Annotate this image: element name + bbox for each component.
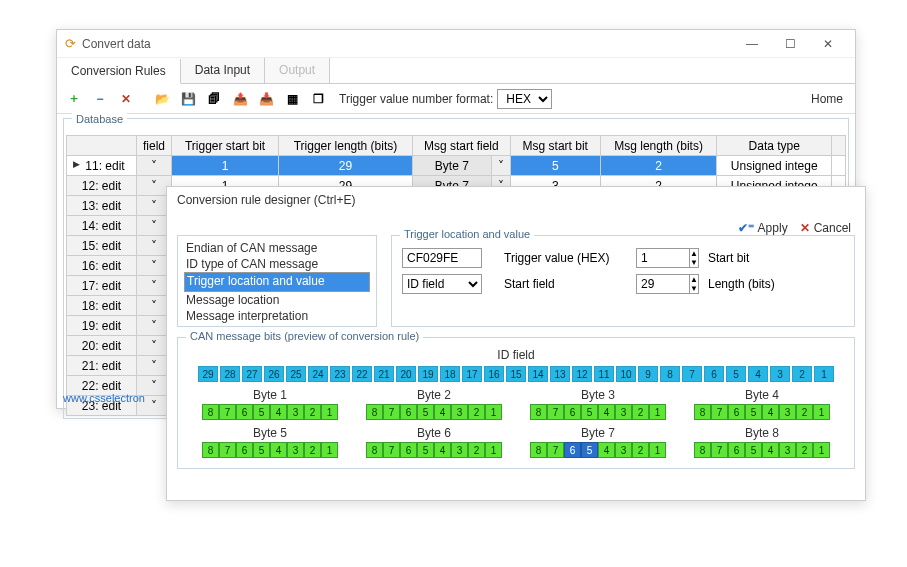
byte-bit: 7 <box>219 404 236 420</box>
col-trigger-start[interactable]: Trigger start bit <box>172 136 279 156</box>
col-field[interactable]: field <box>137 136 172 156</box>
byte-bit: 8 <box>366 442 383 458</box>
byte-bit: 2 <box>304 404 321 420</box>
byte-bit: 4 <box>270 442 287 458</box>
byte-bit: 5 <box>745 404 762 420</box>
byte-bit: 8 <box>366 404 383 420</box>
id-bit: 6 <box>704 366 724 382</box>
byte-bit: 5 <box>581 442 598 458</box>
byte-bit: 4 <box>434 404 451 420</box>
byte-row-1: Byte 187654321Byte 287654321Byte 3876543… <box>188 388 844 420</box>
trigger-format-label: Trigger value number format: <box>339 92 493 106</box>
trigger-value-label: Trigger value (HEX) <box>504 251 624 265</box>
id-bit: 25 <box>286 366 306 382</box>
nav-item[interactable]: Message location <box>184 292 370 308</box>
id-bit: 21 <box>374 366 394 382</box>
table-row[interactable]: 11: edit˅129Byte 7˅52Unsigned intege <box>67 156 846 176</box>
designer-nav: Endian of CAN messageID type of CAN mess… <box>177 235 377 327</box>
byte-bit: 4 <box>762 404 779 420</box>
byte-bit: 6 <box>564 404 581 420</box>
id-bit: 13 <box>550 366 570 382</box>
byte-bit: 2 <box>632 442 649 458</box>
export-icon[interactable]: 📤 <box>229 88 251 110</box>
trigger-format-select[interactable]: HEX <box>497 89 552 109</box>
id-bit: 2 <box>792 366 812 382</box>
tab-data-input[interactable]: Data Input <box>181 58 265 83</box>
col-msg-start[interactable]: Msg start bit <box>510 136 600 156</box>
byte-bit: 1 <box>813 404 830 420</box>
start-bit-spinner[interactable]: ▲▼ <box>690 248 699 268</box>
nav-item[interactable]: Endian of CAN message <box>184 240 370 256</box>
remove-icon[interactable]: − <box>89 88 111 110</box>
start-bit-label: Start bit <box>708 251 798 265</box>
byte-bit: 6 <box>400 404 417 420</box>
byte-bit: 6 <box>236 442 253 458</box>
byte-bit: 3 <box>451 404 468 420</box>
col-data-type[interactable]: Data type <box>717 136 832 156</box>
byte-col: Byte 687654321 <box>366 426 502 458</box>
byte-bit: 7 <box>547 442 564 458</box>
id-bit: 8 <box>660 366 680 382</box>
apply-button[interactable]: ✔⁼Apply <box>738 221 788 235</box>
byte-bit: 7 <box>711 442 728 458</box>
byte-col: Byte 487654321 <box>694 388 830 420</box>
byte-col: Byte 787654321 <box>530 426 666 458</box>
add-icon[interactable]: ＋ <box>63 88 85 110</box>
byte-bit: 8 <box>202 404 219 420</box>
window-icon[interactable]: ❐ <box>307 88 329 110</box>
trigger-value-input[interactable] <box>402 248 482 268</box>
length-spinner[interactable]: ▲▼ <box>690 274 699 294</box>
id-bit: 4 <box>748 366 768 382</box>
byte-bit: 3 <box>287 404 304 420</box>
copy-icon[interactable]: 🗐 <box>203 88 225 110</box>
byte-bit: 6 <box>728 404 745 420</box>
byte-bit: 3 <box>779 442 796 458</box>
byte-bit: 5 <box>253 404 270 420</box>
start-bit-input[interactable] <box>636 248 690 268</box>
preview-box: CAN message bits (preview of conversion … <box>177 337 855 469</box>
nav-item[interactable]: Message interpretation <box>184 308 370 324</box>
byte-bit: 7 <box>383 404 400 420</box>
byte-bit: 8 <box>694 442 711 458</box>
start-field-select[interactable]: ID field <box>402 274 482 294</box>
byte-bit: 1 <box>649 404 666 420</box>
byte-bit: 3 <box>615 404 632 420</box>
byte-bit: 1 <box>321 442 338 458</box>
grid-icon[interactable]: ▦ <box>281 88 303 110</box>
length-input[interactable] <box>636 274 690 294</box>
toolbar: ＋ − ✕ 📂 💾 🗐 📤 📥 ▦ ❐ Trigger value number… <box>57 84 855 114</box>
tab-output[interactable]: Output <box>265 58 330 83</box>
id-field-label: ID field <box>188 348 844 362</box>
home-link[interactable]: Home <box>811 92 849 106</box>
byte-bit: 8 <box>530 404 547 420</box>
col-trigger-length[interactable]: Trigger length (bits) <box>279 136 413 156</box>
id-bit: 26 <box>264 366 284 382</box>
col-msg-field[interactable]: Msg start field <box>412 136 510 156</box>
nav-item[interactable]: Trigger location and value <box>184 272 370 292</box>
length-label: Length (bits) <box>708 277 798 291</box>
id-bit: 5 <box>726 366 746 382</box>
id-bit: 20 <box>396 366 416 382</box>
byte-bit: 7 <box>711 404 728 420</box>
cancel-icon: ✕ <box>800 221 810 235</box>
nav-item[interactable]: ID type of CAN message <box>184 256 370 272</box>
delete-icon[interactable]: ✕ <box>115 88 137 110</box>
byte-bit: 1 <box>485 442 502 458</box>
id-bit: 15 <box>506 366 526 382</box>
import-icon[interactable]: 📥 <box>255 88 277 110</box>
trigger-legend: Trigger location and value <box>400 228 534 240</box>
tab-conversion-rules[interactable]: Conversion Rules <box>57 59 181 84</box>
byte-bit: 8 <box>202 442 219 458</box>
byte-col: Byte 587654321 <box>202 426 338 458</box>
col-msg-length[interactable]: Msg length (bits) <box>600 136 717 156</box>
save-icon[interactable]: 💾 <box>177 88 199 110</box>
cancel-button[interactable]: ✕Cancel <box>800 221 851 235</box>
open-icon[interactable]: 📂 <box>151 88 173 110</box>
minimize-button[interactable]: — <box>733 37 771 51</box>
byte-bit: 3 <box>615 442 632 458</box>
footer-link[interactable]: www.csselectron <box>63 392 145 404</box>
close-button[interactable]: ✕ <box>809 37 847 51</box>
byte-bit: 5 <box>745 442 762 458</box>
maximize-button[interactable]: ☐ <box>771 37 809 51</box>
byte-bit: 5 <box>417 404 434 420</box>
